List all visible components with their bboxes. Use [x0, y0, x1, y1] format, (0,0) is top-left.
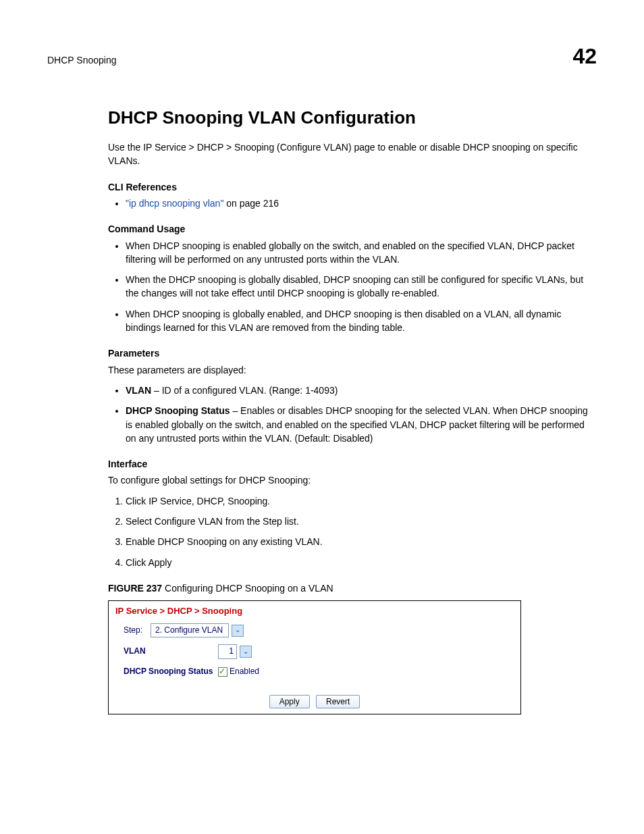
- intro-paragraph: Use the IP Service > DHCP > Snooping (Co…: [108, 140, 597, 168]
- command-usage-item: When DHCP snooping is globally enabled, …: [126, 307, 597, 335]
- section-title: DHCP Snooping VLAN Configuration: [108, 105, 597, 131]
- figure-screenshot: IP Service > DHCP > Snooping Step: 2. Co…: [108, 600, 521, 714]
- step-item: Click IP Service, DHCP, Snooping.: [126, 494, 597, 508]
- parameter-name: VLAN: [126, 385, 151, 396]
- parameters-heading: Parameters: [108, 346, 597, 360]
- enabled-checkbox[interactable]: [218, 667, 227, 677]
- apply-button[interactable]: Apply: [269, 695, 310, 708]
- snooping-status-label: DHCP Snooping Status: [124, 666, 218, 677]
- command-usage-item: When DHCP snooping is enabled globally o…: [126, 239, 597, 267]
- main-content: DHCP Snooping VLAN Configuration Use the…: [108, 105, 597, 714]
- figure-caption: FIGURE 237 Configuring DHCP Snooping on …: [108, 581, 597, 595]
- cli-references-heading: CLI References: [108, 180, 597, 194]
- step-item: Enable DHCP Snooping on any existing VLA…: [126, 535, 597, 548]
- vlan-select[interactable]: 1: [218, 644, 237, 658]
- vlan-label: VLAN: [124, 646, 218, 657]
- interface-intro: To configure global settings for DHCP Sn…: [108, 473, 597, 487]
- command-usage-item: When the DHCP snooping is globally disab…: [126, 273, 597, 301]
- parameter-item: DHCP Snooping Status – Enables or disabl…: [126, 404, 597, 445]
- figure-breadcrumb: IP Service > DHCP > Snooping: [109, 601, 520, 623]
- chapter-number: 42: [572, 41, 597, 72]
- figure-title: Configuring DHCP Snooping on a VLAN: [162, 583, 333, 594]
- parameters-intro: These parameters are displayed:: [108, 363, 597, 377]
- parameter-desc: – ID of a configured VLAN. (Range: 1-409…: [151, 385, 338, 396]
- chevron-down-icon[interactable]: ⌄: [232, 625, 244, 637]
- enabled-text: Enabled: [230, 666, 259, 677]
- step-select[interactable]: 2. Configure VLAN: [151, 623, 229, 637]
- step-item: Select Configure VLAN from the Step list…: [126, 515, 597, 528]
- figure-number: FIGURE 237: [108, 583, 162, 594]
- page-header: DHCP Snooping 42: [47, 41, 597, 72]
- chevron-down-icon[interactable]: ⌄: [240, 646, 252, 658]
- cli-reference-suffix: on page 216: [223, 198, 279, 209]
- step-label: Step:: [124, 625, 151, 636]
- header-section-name: DHCP Snooping: [47, 53, 116, 67]
- cli-reference-item: "ip dhcp snooping vlan" on page 216: [126, 197, 597, 210]
- step-item: Click Apply: [126, 556, 597, 569]
- parameter-name: DHCP Snooping Status: [126, 405, 230, 416]
- revert-button[interactable]: Revert: [316, 695, 360, 708]
- parameter-item: VLAN – ID of a configured VLAN. (Range: …: [126, 384, 597, 397]
- command-usage-heading: Command Usage: [108, 222, 597, 236]
- cli-reference-link[interactable]: "ip dhcp snooping vlan": [126, 198, 223, 209]
- interface-heading: Interface: [108, 457, 597, 471]
